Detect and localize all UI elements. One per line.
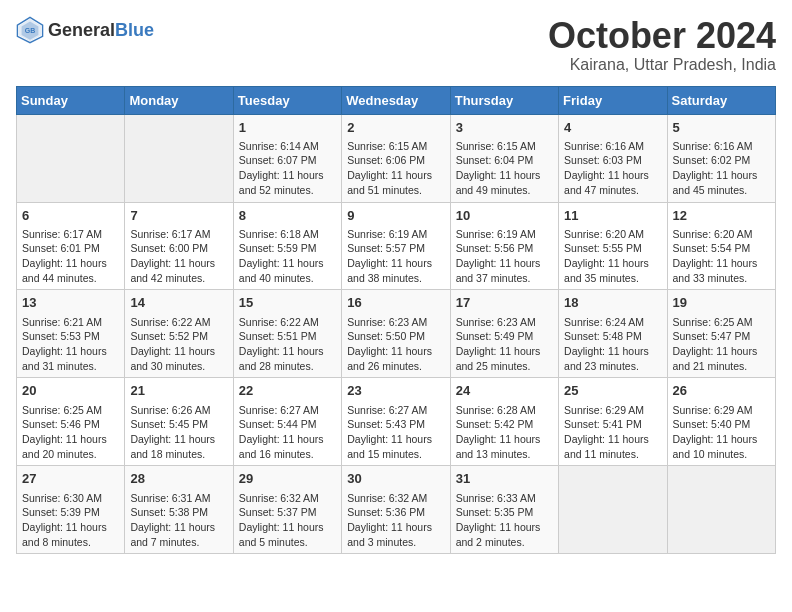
sunset-text: Sunset: 5:55 PM <box>564 241 661 256</box>
day-number: 15 <box>239 294 336 312</box>
sunrise-text: Sunrise: 6:27 AM <box>347 403 444 418</box>
day-number: 17 <box>456 294 553 312</box>
calendar-cell: 17Sunrise: 6:23 AMSunset: 5:49 PMDayligh… <box>450 290 558 378</box>
daylight-text: Daylight: 11 hours and 18 minutes. <box>130 432 227 461</box>
daylight-text: Daylight: 11 hours and 33 minutes. <box>673 256 770 285</box>
daylight-text: Daylight: 11 hours and 11 minutes. <box>564 432 661 461</box>
calendar-title: October 2024 <box>548 16 776 56</box>
sunset-text: Sunset: 5:45 PM <box>130 417 227 432</box>
header-row: SundayMondayTuesdayWednesdayThursdayFrid… <box>17 86 776 114</box>
calendar-subtitle: Kairana, Uttar Pradesh, India <box>548 56 776 74</box>
daylight-text: Daylight: 11 hours and 51 minutes. <box>347 168 444 197</box>
sunset-text: Sunset: 5:54 PM <box>673 241 770 256</box>
calendar-cell: 13Sunrise: 6:21 AMSunset: 5:53 PMDayligh… <box>17 290 125 378</box>
calendar-cell: 18Sunrise: 6:24 AMSunset: 5:48 PMDayligh… <box>559 290 667 378</box>
calendar-page: GB GeneralBlue October 2024 Kairana, Utt… <box>0 0 792 570</box>
sunset-text: Sunset: 6:04 PM <box>456 153 553 168</box>
sunrise-text: Sunrise: 6:17 AM <box>130 227 227 242</box>
calendar-cell: 12Sunrise: 6:20 AMSunset: 5:54 PMDayligh… <box>667 202 775 290</box>
sunrise-text: Sunrise: 6:14 AM <box>239 139 336 154</box>
sunrise-text: Sunrise: 6:21 AM <box>22 315 119 330</box>
sunrise-text: Sunrise: 6:22 AM <box>130 315 227 330</box>
daylight-text: Daylight: 11 hours and 31 minutes. <box>22 344 119 373</box>
calendar-cell: 5Sunrise: 6:16 AMSunset: 6:02 PMDaylight… <box>667 114 775 202</box>
day-number: 30 <box>347 470 444 488</box>
calendar-cell: 19Sunrise: 6:25 AMSunset: 5:47 PMDayligh… <box>667 290 775 378</box>
column-header-saturday: Saturday <box>667 86 775 114</box>
day-number: 19 <box>673 294 770 312</box>
logo-blue: Blue <box>115 20 154 40</box>
logo: GB GeneralBlue <box>16 16 154 44</box>
day-number: 10 <box>456 207 553 225</box>
day-number: 27 <box>22 470 119 488</box>
sunrise-text: Sunrise: 6:33 AM <box>456 491 553 506</box>
calendar-cell: 22Sunrise: 6:27 AMSunset: 5:44 PMDayligh… <box>233 378 341 466</box>
sunset-text: Sunset: 5:51 PM <box>239 329 336 344</box>
sunrise-text: Sunrise: 6:23 AM <box>456 315 553 330</box>
day-number: 3 <box>456 119 553 137</box>
logo-icon: GB <box>16 16 44 44</box>
sunrise-text: Sunrise: 6:19 AM <box>347 227 444 242</box>
calendar-cell: 29Sunrise: 6:32 AMSunset: 5:37 PMDayligh… <box>233 466 341 554</box>
sunset-text: Sunset: 5:44 PM <box>239 417 336 432</box>
sunset-text: Sunset: 5:42 PM <box>456 417 553 432</box>
sunset-text: Sunset: 5:57 PM <box>347 241 444 256</box>
sunrise-text: Sunrise: 6:17 AM <box>22 227 119 242</box>
calendar-cell <box>559 466 667 554</box>
calendar-cell: 11Sunrise: 6:20 AMSunset: 5:55 PMDayligh… <box>559 202 667 290</box>
sunrise-text: Sunrise: 6:25 AM <box>22 403 119 418</box>
sunset-text: Sunset: 5:59 PM <box>239 241 336 256</box>
sunrise-text: Sunrise: 6:16 AM <box>673 139 770 154</box>
sunset-text: Sunset: 6:06 PM <box>347 153 444 168</box>
daylight-text: Daylight: 11 hours and 7 minutes. <box>130 520 227 549</box>
calendar-week-3: 13Sunrise: 6:21 AMSunset: 5:53 PMDayligh… <box>17 290 776 378</box>
day-number: 7 <box>130 207 227 225</box>
header: GB GeneralBlue October 2024 Kairana, Utt… <box>16 16 776 74</box>
sunrise-text: Sunrise: 6:32 AM <box>239 491 336 506</box>
daylight-text: Daylight: 11 hours and 5 minutes. <box>239 520 336 549</box>
sunset-text: Sunset: 5:40 PM <box>673 417 770 432</box>
calendar-cell: 1Sunrise: 6:14 AMSunset: 6:07 PMDaylight… <box>233 114 341 202</box>
sunset-text: Sunset: 5:48 PM <box>564 329 661 344</box>
calendar-cell: 9Sunrise: 6:19 AMSunset: 5:57 PMDaylight… <box>342 202 450 290</box>
sunrise-text: Sunrise: 6:18 AM <box>239 227 336 242</box>
daylight-text: Daylight: 11 hours and 25 minutes. <box>456 344 553 373</box>
sunrise-text: Sunrise: 6:15 AM <box>456 139 553 154</box>
day-number: 12 <box>673 207 770 225</box>
sunrise-text: Sunrise: 6:20 AM <box>564 227 661 242</box>
day-number: 22 <box>239 382 336 400</box>
sunset-text: Sunset: 6:03 PM <box>564 153 661 168</box>
sunset-text: Sunset: 6:02 PM <box>673 153 770 168</box>
day-number: 25 <box>564 382 661 400</box>
calendar-cell: 6Sunrise: 6:17 AMSunset: 6:01 PMDaylight… <box>17 202 125 290</box>
sunrise-text: Sunrise: 6:20 AM <box>673 227 770 242</box>
logo-text: GeneralBlue <box>48 20 154 41</box>
calendar-cell: 30Sunrise: 6:32 AMSunset: 5:36 PMDayligh… <box>342 466 450 554</box>
daylight-text: Daylight: 11 hours and 47 minutes. <box>564 168 661 197</box>
day-number: 8 <box>239 207 336 225</box>
calendar-cell: 28Sunrise: 6:31 AMSunset: 5:38 PMDayligh… <box>125 466 233 554</box>
daylight-text: Daylight: 11 hours and 44 minutes. <box>22 256 119 285</box>
day-number: 31 <box>456 470 553 488</box>
day-number: 16 <box>347 294 444 312</box>
daylight-text: Daylight: 11 hours and 45 minutes. <box>673 168 770 197</box>
day-number: 11 <box>564 207 661 225</box>
day-number: 29 <box>239 470 336 488</box>
sunrise-text: Sunrise: 6:15 AM <box>347 139 444 154</box>
calendar-week-4: 20Sunrise: 6:25 AMSunset: 5:46 PMDayligh… <box>17 378 776 466</box>
sunrise-text: Sunrise: 6:25 AM <box>673 315 770 330</box>
day-number: 13 <box>22 294 119 312</box>
calendar-cell: 16Sunrise: 6:23 AMSunset: 5:50 PMDayligh… <box>342 290 450 378</box>
daylight-text: Daylight: 11 hours and 26 minutes. <box>347 344 444 373</box>
calendar-cell: 20Sunrise: 6:25 AMSunset: 5:46 PMDayligh… <box>17 378 125 466</box>
title-area: October 2024 Kairana, Uttar Pradesh, Ind… <box>548 16 776 74</box>
sunrise-text: Sunrise: 6:16 AM <box>564 139 661 154</box>
column-header-tuesday: Tuesday <box>233 86 341 114</box>
sunset-text: Sunset: 5:53 PM <box>22 329 119 344</box>
sunrise-text: Sunrise: 6:27 AM <box>239 403 336 418</box>
sunset-text: Sunset: 5:35 PM <box>456 505 553 520</box>
sunset-text: Sunset: 5:41 PM <box>564 417 661 432</box>
day-number: 23 <box>347 382 444 400</box>
sunset-text: Sunset: 5:50 PM <box>347 329 444 344</box>
daylight-text: Daylight: 11 hours and 40 minutes. <box>239 256 336 285</box>
